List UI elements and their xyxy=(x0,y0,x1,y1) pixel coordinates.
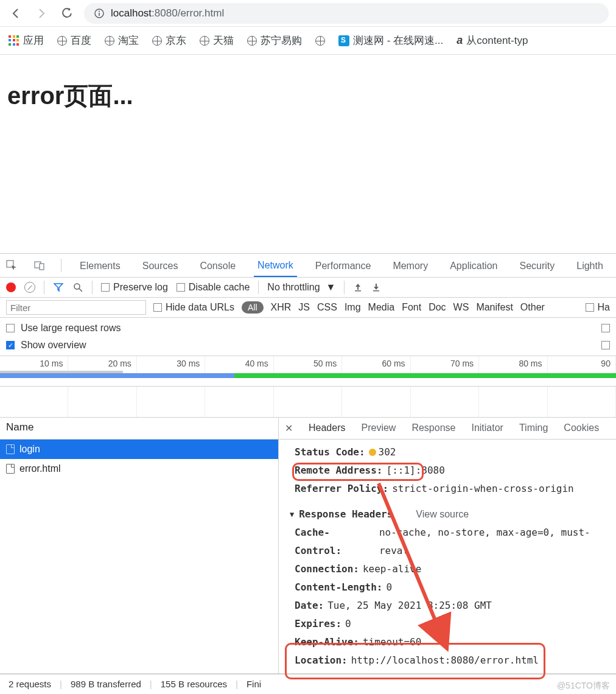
file-icon xyxy=(6,464,15,474)
timeline-bar xyxy=(234,373,616,378)
type-filter[interactable]: Font xyxy=(402,302,421,313)
bookmark-tmall[interactable]: 天猫 xyxy=(200,33,234,47)
hide-data-urls-checkbox[interactable] xyxy=(153,303,162,312)
forward-button[interactable] xyxy=(33,5,50,22)
view-source-link[interactable]: View source xyxy=(416,505,469,524)
detail-tab-timing[interactable]: Timing xyxy=(519,422,548,433)
clear-button[interactable] xyxy=(24,282,35,293)
type-filter[interactable]: Doc xyxy=(429,302,446,313)
bookmark-taobao[interactable]: 淘宝 xyxy=(105,33,139,47)
filter-input[interactable] xyxy=(6,300,146,315)
request-row-login[interactable]: login xyxy=(0,440,278,459)
type-filter[interactable]: Media xyxy=(368,302,395,313)
disable-cache-checkbox[interactable] xyxy=(177,283,185,292)
detail-tab-response[interactable]: Response xyxy=(411,422,455,433)
apps-button[interactable]: 应用 xyxy=(9,33,44,47)
bookmark-speedtest[interactable]: 测速网 - 在线网速... xyxy=(338,33,443,47)
detail-tab-initiator[interactable]: Initiator xyxy=(471,422,503,433)
back-button[interactable] xyxy=(7,5,24,22)
preserve-log-checkbox[interactable] xyxy=(101,283,110,292)
timeline-bar xyxy=(0,371,123,373)
right-checkbox-2[interactable] xyxy=(601,341,610,349)
reload-button[interactable] xyxy=(58,5,75,22)
timeline-tick: 80 ms xyxy=(479,356,547,373)
bookmark-suning[interactable]: 苏宁易购 xyxy=(247,33,302,47)
bookmarks-bar: 应用 百度 淘宝 京东 天猫 苏宁易购 测速网 - 在线网速... a从cont… xyxy=(0,27,616,55)
download-icon[interactable] xyxy=(371,282,381,292)
detail-panel: ✕ Headers Preview Response Initiator Tim… xyxy=(279,418,616,673)
bookmark-jd[interactable]: 京东 xyxy=(152,33,186,47)
response-headers-section[interactable]: ▼ Response Headers View source xyxy=(290,498,616,524)
bookmark-empty[interactable] xyxy=(315,36,325,46)
tab-network[interactable]: Network xyxy=(254,254,297,277)
type-filter[interactable]: XHR xyxy=(271,302,292,313)
detail-tab-preview[interactable]: Preview xyxy=(361,422,396,433)
chevron-down-icon: ▼ xyxy=(326,282,336,293)
type-filter[interactable]: Manifest xyxy=(476,302,513,313)
svg-rect-8 xyxy=(355,290,361,292)
close-detail-icon[interactable]: ✕ xyxy=(285,422,293,434)
apps-grid-icon xyxy=(9,35,19,46)
tab-elements[interactable]: Elements xyxy=(76,254,124,276)
url-text: localhost:8080/error.html xyxy=(111,7,224,19)
tab-memory[interactable]: Memory xyxy=(389,254,432,276)
timeline-overview[interactable]: 10 ms 20 ms 30 ms 40 ms 50 ms 60 ms 70 m… xyxy=(0,356,616,387)
tab-performance[interactable]: Performance xyxy=(312,254,375,276)
referrer-policy-row: Referrer Policy: strict-origin-when-cros… xyxy=(290,480,616,498)
bookmark-baidu[interactable]: 百度 xyxy=(57,33,91,47)
filter-icon[interactable] xyxy=(53,282,64,293)
filter-row: Hide data URLs All XHR JS CSS Img Media … xyxy=(0,298,616,318)
browser-toolbar: localhost:8080/error.html xyxy=(0,0,616,27)
globe-icon xyxy=(152,36,162,46)
type-filter[interactable]: JS xyxy=(298,302,310,313)
type-filter[interactable]: WS xyxy=(453,302,469,313)
name-column-header[interactable]: Name xyxy=(0,418,278,440)
disable-cache-label: Disable cache xyxy=(189,282,250,293)
use-large-rows-checkbox[interactable] xyxy=(6,324,15,332)
tab-console[interactable]: Console xyxy=(196,254,239,276)
tab-application[interactable]: Application xyxy=(446,254,501,276)
tab-lighthouse[interactable]: Lighth xyxy=(573,254,607,276)
network-toolbar: Preserve log Disable cache No throttling… xyxy=(0,278,616,298)
type-filter[interactable]: Other xyxy=(520,302,545,313)
record-button[interactable] xyxy=(6,282,16,292)
request-name: login xyxy=(19,444,40,455)
devtools-tabs: Elements Sources Console Network Perform… xyxy=(0,254,616,278)
globe-icon xyxy=(247,36,257,46)
request-name: error.html xyxy=(19,463,61,474)
hide-data-urls-label: Hide data URLs xyxy=(166,302,234,313)
type-filter[interactable]: CSS xyxy=(317,302,337,313)
detail-tab-cookies[interactable]: Cookies xyxy=(564,422,599,433)
timeline-tick: 30 ms xyxy=(137,356,205,373)
url-bar[interactable]: localhost:8080/error.html xyxy=(84,3,609,24)
has-blocked-checkbox[interactable] xyxy=(586,303,594,312)
separator xyxy=(258,281,259,294)
globe-icon xyxy=(200,36,209,46)
keep-alive-row: Keep-Alive: timeout=60 xyxy=(290,633,616,651)
type-filter-all[interactable]: All xyxy=(242,301,264,314)
right-checkbox-1[interactable] xyxy=(601,324,610,332)
request-row-error[interactable]: error.html xyxy=(0,459,278,478)
tab-security[interactable]: Security xyxy=(516,254,558,276)
detail-tab-headers[interactable]: Headers xyxy=(309,422,345,433)
status-requests: 2 requests xyxy=(9,679,51,689)
inspect-icon[interactable] xyxy=(5,259,18,272)
throttling-select[interactable]: No throttling ▼ xyxy=(267,282,335,293)
show-overview-checkbox[interactable]: ✓ xyxy=(6,341,15,349)
tab-sources[interactable]: Sources xyxy=(139,254,182,276)
type-filter[interactable]: Img xyxy=(345,302,361,313)
timeline-tick: 40 ms xyxy=(205,356,273,373)
globe-icon xyxy=(57,36,67,46)
bookmark-contenttype[interactable]: a从content-typ xyxy=(457,33,528,47)
search-icon[interactable] xyxy=(72,282,83,293)
timeline-bar xyxy=(0,373,234,378)
preserve-log-label: Preserve log xyxy=(113,282,168,293)
svg-rect-9 xyxy=(373,290,379,292)
device-toggle-icon[interactable] xyxy=(33,259,46,272)
date-row: Date: Tue, 25 May 2021 8:25:08 GMT xyxy=(290,597,616,615)
content-length-row: Content-Length: 0 xyxy=(290,578,616,597)
site-info-icon[interactable] xyxy=(94,8,105,19)
detail-tabs: ✕ Headers Preview Response Initiator Tim… xyxy=(279,418,616,440)
a-icon: a xyxy=(457,34,463,47)
upload-icon[interactable] xyxy=(353,282,363,292)
